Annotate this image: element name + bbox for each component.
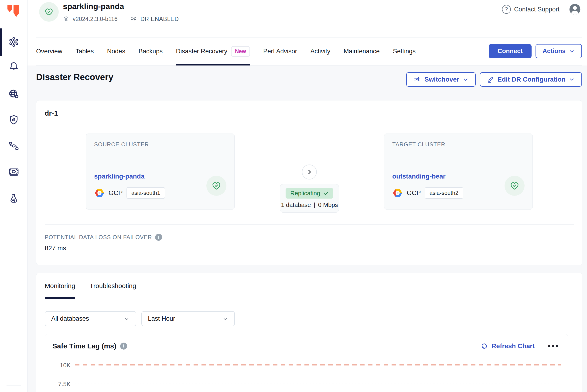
actions-button[interactable]: Actions: [536, 44, 582, 58]
target-cluster-link[interactable]: outstanding-bear: [392, 173, 463, 180]
replication-detail: 1 database | 0 Mbps: [281, 201, 338, 208]
page-title: Disaster Recovery: [36, 72, 113, 82]
sidebar-item-clusters[interactable]: [7, 36, 20, 48]
contact-support-button[interactable]: ? Contact Support: [502, 5, 560, 14]
tab-nodes[interactable]: Nodes: [107, 38, 125, 65]
active-nav-indicator: [0, 28, 2, 56]
source-health-badge: [206, 176, 226, 196]
tab-activity[interactable]: Activity: [311, 38, 331, 65]
app-root: sparkling-panda v2024.2.3.0-b116: [0, 0, 587, 392]
target-cluster-role-label: TARGET CLUSTER: [392, 141, 525, 148]
switchover-button[interactable]: Switchover: [406, 72, 476, 87]
dr-enabled-label: DR ENABLED: [140, 16, 179, 22]
connect-button[interactable]: Connect: [489, 44, 532, 58]
contact-support-label: Contact Support: [514, 6, 560, 13]
cluster-health-badge: [39, 2, 59, 22]
heart-check-icon: [211, 180, 222, 191]
bell-icon: [8, 60, 19, 72]
shield-lock-icon: [8, 114, 19, 126]
switchover-icon: [413, 76, 421, 84]
replication-status-pill: Replicating: [286, 188, 333, 198]
dr-config-name: dr-1: [45, 109, 58, 117]
threshold-line-10k: [75, 364, 561, 366]
chevron-right-icon: [302, 164, 317, 180]
cluster-version: v2024.2.3.0-b116: [73, 16, 118, 22]
tab-overview[interactable]: Overview: [36, 38, 62, 65]
globe-gear-icon: [8, 88, 20, 100]
cluster-meta: v2024.2.3.0-b116 DR ENABLED: [63, 16, 179, 22]
sidebar: [0, 0, 27, 392]
sidebar-item-integrations[interactable]: [7, 139, 20, 152]
tab-maintenance[interactable]: Maintenance: [344, 38, 380, 65]
topbar-buttons: Connect Actions: [489, 44, 582, 58]
source-region-pill: asia-south1: [126, 187, 165, 199]
cluster-card-divider: [94, 163, 226, 163]
target-provider-label: GCP: [407, 189, 421, 197]
chevron-down-icon: [569, 76, 575, 82]
y-axis-tick-10k: 10K: [52, 362, 70, 369]
tab-tables[interactable]: Tables: [76, 38, 94, 65]
tab-disaster-recovery[interactable]: Disaster Recovery New: [176, 38, 250, 65]
flow-icon: [8, 140, 19, 152]
safe-time-lag-chart-card: Safe Time Lag (ms) i Refr: [45, 334, 568, 392]
target-cluster-card: TARGET CLUSTER outstanding-bear: [384, 134, 533, 210]
chart-title: Safe Time Lag (ms) i: [52, 342, 127, 350]
sidebar-item-labs[interactable]: [7, 192, 20, 205]
dr-shuffle-icon: [130, 16, 137, 22]
heart-check-icon: [44, 7, 54, 17]
refresh-icon: [480, 342, 488, 350]
edit-pencil-icon: [487, 76, 494, 83]
chart-filters: All databases Last Hour: [45, 311, 235, 326]
monitoring-card: Monitoring Troubleshooting All databases…: [36, 273, 582, 392]
cluster-card-divider: [392, 163, 525, 163]
refresh-chart-button[interactable]: Refresh Chart: [480, 342, 535, 350]
page-actions: Switchover Edit DR Configuration: [406, 72, 582, 87]
money-icon: [8, 166, 19, 178]
data-loss-value: 827 ms: [45, 244, 66, 252]
page-cluster-name: sparkling-panda: [63, 2, 124, 11]
tab-backups[interactable]: Backups: [139, 38, 163, 65]
dr-config-card: dr-1 SOURCE CLUSTER sparkling-panda: [36, 100, 582, 265]
target-health-badge: [505, 176, 525, 196]
sidebar-item-regions[interactable]: [7, 88, 20, 101]
tab-settings[interactable]: Settings: [393, 38, 416, 65]
heart-check-icon: [509, 180, 520, 191]
tab-troubleshooting[interactable]: Troubleshooting: [90, 273, 136, 299]
sidebar-item-billing[interactable]: [7, 166, 20, 178]
check-icon: [323, 191, 329, 196]
flask-icon: [8, 193, 19, 204]
database-select[interactable]: All databases: [45, 311, 136, 326]
chart-menu-button[interactable]: •••: [548, 344, 560, 348]
source-provider-label: GCP: [108, 189, 123, 197]
chevron-down-icon: [124, 316, 130, 322]
source-cluster-role-label: SOURCE CLUSTER: [94, 141, 226, 148]
target-region-pill: asia-south2: [425, 187, 463, 199]
source-cluster-link[interactable]: sparkling-panda: [94, 173, 165, 180]
tab-monitoring[interactable]: Monitoring: [45, 273, 75, 299]
topbar: sparkling-panda v2024.2.3.0-b116: [27, 0, 587, 66]
edit-dr-configuration-button[interactable]: Edit DR Configuration: [480, 72, 582, 87]
user-avatar[interactable]: [568, 3, 582, 16]
data-loss-label-row: POTENTIAL DATA LOSS ON FAILOVER i: [45, 234, 162, 241]
gcp-icon: [392, 188, 403, 198]
y-axis-tick-7-5k: 7.5K: [52, 380, 70, 388]
gcp-icon: [94, 188, 105, 198]
chart-header: Safe Time Lag (ms) i Refr: [52, 342, 560, 350]
layers-icon: [63, 16, 69, 22]
sidebar-item-alerts[interactable]: [7, 60, 20, 73]
info-icon[interactable]: i: [155, 234, 162, 241]
chevron-down-icon: [463, 76, 469, 82]
sidebar-item-security[interactable]: [7, 113, 20, 126]
header-right: ? Contact Support: [502, 3, 582, 16]
sidebar-divider: [6, 385, 21, 386]
new-badge: New: [231, 46, 250, 57]
time-range-select[interactable]: Last Hour: [141, 311, 235, 326]
tab-perf-advisor[interactable]: Perf Advisor: [263, 38, 297, 65]
replication-status-box: Replicating 1 database | 0 Mbps: [280, 184, 339, 212]
yugabyte-logo[interactable]: [6, 4, 21, 19]
cluster-network-icon: [8, 36, 20, 48]
source-cluster-card: SOURCE CLUSTER sparkling-panda: [86, 134, 235, 210]
chevron-down-icon: [222, 316, 228, 322]
info-icon[interactable]: i: [120, 342, 127, 350]
chevron-down-icon: [569, 48, 575, 54]
